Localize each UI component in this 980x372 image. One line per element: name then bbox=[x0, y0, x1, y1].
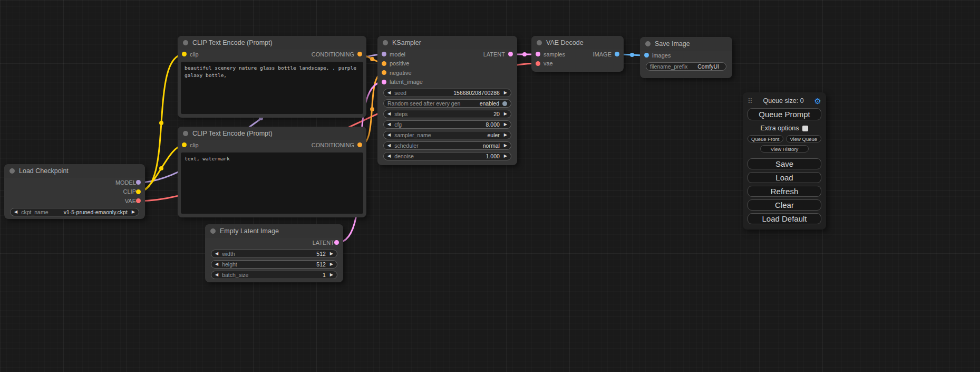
queue-front-button[interactable]: Queue Front bbox=[748, 135, 783, 142]
link-midpoint-dot bbox=[630, 53, 634, 57]
decrement-icon[interactable]: ◀ bbox=[387, 112, 391, 116]
decrement-icon[interactable]: ◀ bbox=[387, 144, 391, 148]
image-output-port[interactable] bbox=[615, 52, 619, 56]
decrement-icon[interactable]: ◀ bbox=[387, 122, 391, 127]
node-save-image[interactable]: Save Image images filename_prefix ComfyU… bbox=[640, 37, 732, 78]
decrement-icon[interactable]: ◀ bbox=[387, 154, 391, 158]
widget-name: width bbox=[222, 251, 235, 257]
denoise-widget[interactable]: ◀ denoise 1.000 ▶ bbox=[383, 152, 511, 160]
decrement-icon[interactable]: ◀ bbox=[215, 252, 218, 256]
increment-icon[interactable]: ▶ bbox=[504, 112, 507, 116]
model-output-port[interactable] bbox=[136, 180, 141, 185]
clear-button[interactable]: Clear bbox=[748, 199, 821, 211]
widget-value: 156680208700286 bbox=[453, 90, 500, 96]
decrement-icon[interactable]: ◀ bbox=[215, 262, 218, 266]
widget-name: denoise bbox=[394, 153, 414, 159]
increment-icon[interactable]: ▶ bbox=[504, 154, 507, 158]
port-row: MODEL bbox=[4, 178, 145, 187]
latent-output-port[interactable] bbox=[508, 52, 513, 56]
node-title-bar[interactable]: Save Image bbox=[640, 37, 732, 51]
node-title-bar[interactable]: CLIP Text Encode (Prompt) bbox=[178, 36, 366, 50]
model-input-port[interactable] bbox=[382, 52, 386, 56]
node-collapse-dot[interactable] bbox=[210, 228, 216, 234]
latent-output-port[interactable] bbox=[334, 240, 339, 245]
toggle-indicator[interactable] bbox=[502, 101, 507, 106]
node-ksampler[interactable]: KSampler model LATENT positive negative … bbox=[377, 36, 517, 165]
save-button[interactable]: Save bbox=[748, 158, 821, 169]
node-vae-decode[interactable]: VAE Decode samples IMAGE vae bbox=[531, 36, 624, 72]
queue-prompt-button[interactable]: Queue Prompt bbox=[748, 108, 821, 120]
node-empty-latent-image[interactable]: Empty Latent Image LATENT ◀ width 512 ▶ … bbox=[205, 224, 343, 282]
settings-gear-icon[interactable]: ⚙ bbox=[814, 97, 821, 105]
node-clip-text-encode-negative[interactable]: CLIP Text Encode (Prompt) clip CONDITION… bbox=[178, 127, 366, 217]
node-clip-text-encode-positive[interactable]: CLIP Text Encode (Prompt) clip CONDITION… bbox=[178, 36, 366, 118]
node-title-bar[interactable]: Empty Latent Image bbox=[205, 224, 343, 238]
clip-output-port[interactable] bbox=[136, 189, 141, 194]
port-label: CLIP bbox=[123, 188, 136, 195]
negative-prompt-textarea[interactable]: text, watermark bbox=[181, 152, 363, 214]
widget-name: cfg bbox=[394, 121, 402, 128]
port-row: images bbox=[640, 51, 732, 60]
node-load-checkpoint[interactable]: Load Checkpoint MODEL CLIP VAE ◀ ckpt_na… bbox=[4, 164, 145, 219]
port-label: model bbox=[390, 51, 405, 58]
increment-icon[interactable]: ▶ bbox=[504, 91, 507, 95]
ckpt-name-widget[interactable]: ◀ ckpt_name v1-5-pruned-emaonly.ckpt ▶ bbox=[10, 208, 139, 216]
node-collapse-dot[interactable] bbox=[537, 40, 542, 45]
height-widget[interactable]: ◀ height 512 ▶ bbox=[211, 260, 337, 269]
vae-input-port[interactable] bbox=[536, 61, 540, 66]
node-collapse-dot[interactable] bbox=[645, 41, 651, 46]
port-row: CLIP bbox=[4, 187, 145, 197]
width-widget[interactable]: ◀ width 512 ▶ bbox=[211, 250, 337, 258]
port-row: model LATENT bbox=[377, 50, 517, 59]
node-collapse-dot[interactable] bbox=[183, 40, 188, 45]
view-history-button[interactable]: View History bbox=[760, 145, 809, 152]
decrement-icon[interactable]: ◀ bbox=[215, 273, 218, 277]
sampler-name-widget[interactable]: ◀ sampler_name euler ▶ bbox=[383, 131, 511, 139]
input-latent-image: latent_image bbox=[382, 79, 423, 85]
refresh-button[interactable]: Refresh bbox=[748, 186, 821, 197]
increment-icon[interactable]: ▶ bbox=[330, 273, 333, 277]
steps-widget[interactable]: ◀ steps 20 ▶ bbox=[383, 110, 511, 118]
images-input-port[interactable] bbox=[644, 53, 649, 58]
negative-input-port[interactable] bbox=[382, 70, 386, 75]
output-image: IMAGE bbox=[593, 51, 619, 58]
widget-name: height bbox=[222, 261, 237, 268]
node-title: VAE Decode bbox=[546, 39, 584, 46]
positive-prompt-textarea[interactable]: beautiful scenery nature glass bottle la… bbox=[181, 62, 363, 114]
increment-icon[interactable]: ▶ bbox=[132, 210, 135, 214]
view-queue-button[interactable]: View Queue bbox=[786, 135, 822, 142]
increment-icon[interactable]: ▶ bbox=[504, 122, 507, 127]
samples-input-port[interactable] bbox=[536, 52, 540, 56]
node-title-bar[interactable]: CLIP Text Encode (Prompt) bbox=[178, 127, 366, 140]
decrement-icon[interactable]: ◀ bbox=[14, 210, 17, 214]
cfg-widget[interactable]: ◀ cfg 8.000 ▶ bbox=[383, 120, 511, 129]
node-title-bar[interactable]: Load Checkpoint bbox=[4, 164, 145, 178]
clip-input-port[interactable] bbox=[182, 52, 187, 56]
extra-options-checkbox[interactable] bbox=[802, 126, 808, 131]
conditioning-output-port[interactable] bbox=[357, 142, 362, 147]
clip-input-port[interactable] bbox=[182, 142, 187, 147]
latent-image-input-port[interactable] bbox=[382, 80, 386, 84]
filename-prefix-widget[interactable]: filename_prefix ComfyUI bbox=[646, 62, 726, 71]
load-default-button[interactable]: Load Default bbox=[748, 213, 821, 224]
node-title-bar[interactable]: VAE Decode bbox=[531, 36, 624, 50]
node-collapse-dot[interactable] bbox=[9, 168, 15, 174]
increment-icon[interactable]: ▶ bbox=[330, 262, 333, 266]
node-collapse-dot[interactable] bbox=[183, 131, 188, 136]
increment-icon[interactable]: ▶ bbox=[330, 252, 333, 256]
load-button[interactable]: Load bbox=[748, 172, 821, 183]
batch-size-widget[interactable]: ◀ batch_size 1 ▶ bbox=[211, 271, 337, 279]
conditioning-output-port[interactable] bbox=[357, 52, 362, 56]
seed-control-widget[interactable]: Random seed after every gen enabled bbox=[383, 99, 511, 108]
increment-icon[interactable]: ▶ bbox=[504, 133, 507, 137]
seed-widget[interactable]: ◀ seed 156680208700286 ▶ bbox=[383, 89, 511, 97]
increment-icon[interactable]: ▶ bbox=[504, 144, 507, 148]
decrement-icon[interactable]: ◀ bbox=[387, 91, 391, 95]
vae-output-port[interactable] bbox=[136, 198, 141, 203]
decrement-icon[interactable]: ◀ bbox=[387, 133, 391, 137]
scheduler-widget[interactable]: ◀ scheduler normal ▶ bbox=[383, 141, 511, 150]
node-collapse-dot[interactable] bbox=[383, 40, 388, 45]
node-title-bar[interactable]: KSampler bbox=[377, 36, 517, 50]
drag-handle-icon[interactable]: ⠿ bbox=[748, 97, 753, 105]
positive-input-port[interactable] bbox=[382, 61, 386, 66]
